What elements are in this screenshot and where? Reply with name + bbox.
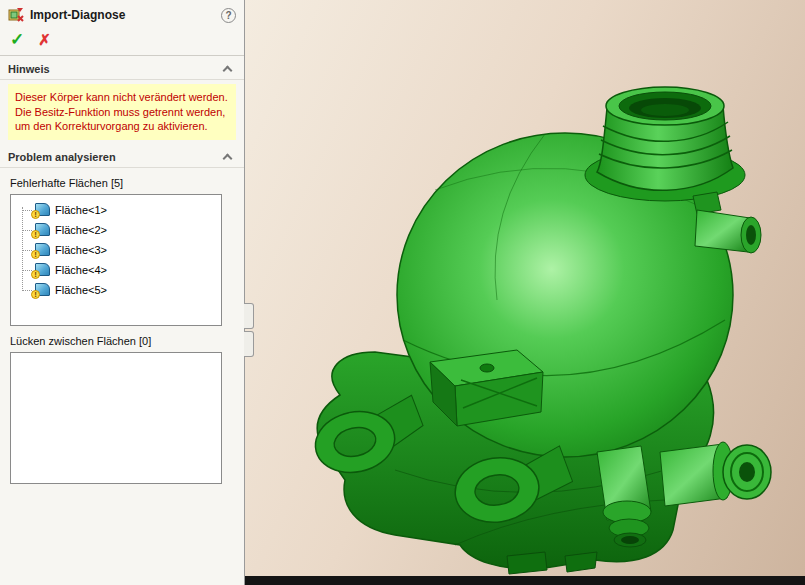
list-item-face-3[interactable]: Fläche<3> (19, 240, 221, 260)
model-foot (565, 552, 597, 572)
list-item-face-1[interactable]: Fläche<1> (19, 200, 221, 220)
status-bar (245, 576, 805, 585)
chevron-up-icon (223, 66, 233, 76)
list-item-face-2[interactable]: Fläche<2> (19, 220, 221, 240)
face-warning-icon (35, 223, 50, 236)
warning-badge-icon (31, 290, 40, 299)
model-mount-bracket (430, 350, 543, 426)
import-diagnose-icon (8, 7, 24, 23)
warning-message: Dieser Körper kann nicht verändert werde… (8, 84, 236, 140)
faces-tree: Fläche<1> Fläche<2> Fläche<3> Fläche<4> … (11, 195, 221, 300)
group-analyse-caption[interactable]: Problem analysieren (0, 144, 244, 168)
face-label: Fläche<4> (55, 264, 107, 276)
faulty-faces-list[interactable]: Fläche<1> Fläche<2> Fläche<3> Fläche<4> … (10, 194, 222, 326)
panel-header: Import-Diagnose ? (0, 0, 244, 28)
warning-badge-icon (31, 210, 40, 219)
panel-splitter-tab[interactable] (244, 303, 254, 329)
panel-actions: ✓ ✗ (0, 28, 244, 56)
help-icon[interactable]: ? (221, 8, 236, 23)
face-warning-icon (35, 243, 50, 256)
model-coolant-tank[interactable] (245, 0, 805, 585)
solidworks-window: Import-Diagnose ? ✓ ✗ Hinweis Dieser Kör… (0, 0, 805, 585)
face-label: Fläche<3> (55, 244, 107, 256)
face-warning-icon (35, 203, 50, 216)
warning-badge-icon (31, 270, 40, 279)
graphics-viewport[interactable] (245, 0, 805, 585)
face-label: Fläche<2> (55, 224, 107, 236)
model-foot (507, 552, 547, 574)
cancel-button[interactable]: ✗ (38, 31, 51, 49)
panel-splitter-tab[interactable] (244, 331, 254, 357)
face-warning-icon (35, 263, 50, 276)
warning-badge-icon (31, 250, 40, 259)
gaps-list[interactable] (10, 352, 222, 484)
panel-title: Import-Diagnose (30, 8, 215, 22)
model-filler-neck (585, 87, 745, 201)
group-hinweis-caption[interactable]: Hinweis (0, 56, 244, 80)
chevron-up-icon (223, 153, 233, 163)
faulty-faces-label: Fehlerhafte Flächen [5] (0, 168, 244, 192)
face-label: Fläche<5> (55, 284, 107, 296)
group-analyse-label: Problem analysieren (8, 151, 224, 163)
list-item-face-5[interactable]: Fläche<5> (19, 280, 221, 300)
face-warning-icon (35, 283, 50, 296)
model-hose-connector-right (660, 442, 771, 506)
face-label: Fläche<1> (55, 204, 107, 216)
list-item-face-4[interactable]: Fläche<4> (19, 260, 221, 280)
import-diagnose-panel: Import-Diagnose ? ✓ ✗ Hinweis Dieser Kör… (0, 0, 245, 585)
model-side-port (693, 192, 761, 253)
group-hinweis-label: Hinweis (8, 63, 224, 75)
ok-button[interactable]: ✓ (10, 31, 24, 49)
gaps-label: Lücken zwischen Flächen [0] (0, 326, 244, 350)
warning-badge-icon (31, 230, 40, 239)
